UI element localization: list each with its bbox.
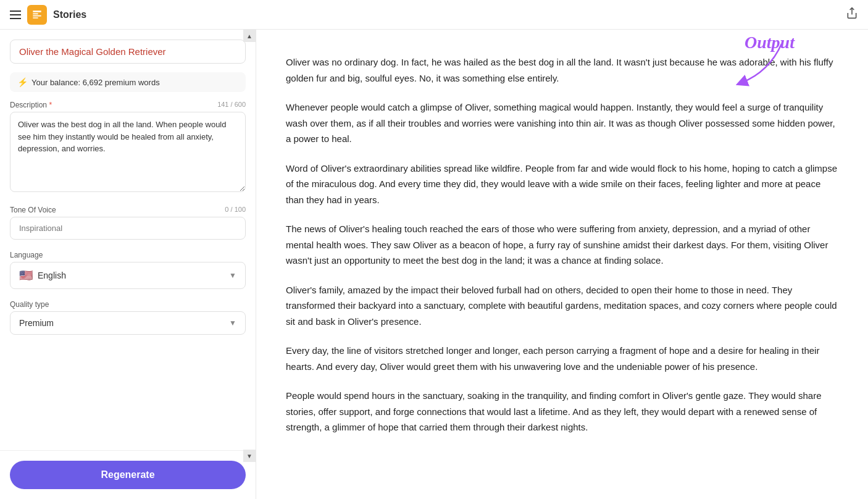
balance-text: Your balance: 6,692 premium words (31, 78, 160, 87)
svg-text:Output: Output (745, 35, 795, 52)
quality-select[interactable]: Premium ▼ (10, 311, 246, 335)
menu-icon[interactable] (10, 10, 21, 19)
quality-select-inner: Premium (19, 318, 54, 328)
description-group: Description * 141 / 600 Oliver was the b… (10, 101, 246, 195)
chevron-down-icon-2: ▼ (229, 319, 236, 327)
quality-group: Quality type Premium ▼ (10, 300, 246, 335)
regenerate-button[interactable]: Regenerate (10, 461, 246, 489)
chevron-down-icon: ▼ (229, 271, 236, 280)
quality-label: Quality type (10, 300, 49, 309)
story-paragraph-2: Whenever people would catch a glimpse of… (286, 99, 838, 147)
scroll-down-arrow[interactable]: ▼ (243, 450, 256, 462)
story-paragraph-6: Every day, the line of visitors stretche… (286, 343, 838, 374)
language-select-inner: 🇺🇸 English (19, 269, 66, 282)
language-label: Language (10, 251, 43, 259)
app-title: Stories (53, 9, 86, 20)
story-paragraph-5: Oliver's family, amazed by the impact th… (286, 282, 838, 330)
tone-input[interactable] (10, 217, 246, 240)
app-header: Stories (0, 0, 868, 30)
sidebar-content: ⚡ Your balance: 6,692 premium words Desc… (0, 30, 256, 450)
sidebar-bottom: Regenerate (0, 450, 256, 499)
story-paragraph-3: Word of Oliver's extraordinary abilities… (286, 161, 838, 208)
content-area: Output Oliver was no ordinary dog. In fa… (256, 30, 868, 499)
story-paragraph-7: People would spend hours in the sanctuar… (286, 388, 838, 435)
balance-row: ⚡ Your balance: 6,692 premium words (10, 72, 246, 92)
description-label: Description * (10, 101, 52, 109)
language-label-row: Language (10, 251, 246, 259)
app-logo (27, 5, 47, 25)
header-left: Stories (10, 5, 86, 25)
description-label-row: Description * 141 / 600 (10, 101, 246, 109)
required-marker: * (49, 101, 52, 109)
story-paragraph-4: The news of Oliver's healing touch reach… (286, 221, 838, 269)
story-paragraph-1: Oliver was no ordinary dog. In fact, he … (286, 54, 838, 86)
share-icon[interactable] (846, 7, 858, 22)
sidebar: ⚡ Your balance: 6,692 premium words Desc… (0, 30, 256, 499)
lightning-icon: ⚡ (17, 77, 28, 87)
tone-label-row: Tone Of Voice 0 / 100 (10, 206, 246, 214)
tone-label: Tone Of Voice (10, 206, 56, 214)
scroll-up-arrow[interactable]: ▲ (243, 30, 256, 42)
language-select[interactable]: 🇺🇸 English ▼ (10, 262, 246, 289)
main-layout: ⚡ Your balance: 6,692 premium words Desc… (0, 30, 868, 499)
tone-counter: 0 / 100 (225, 206, 246, 214)
language-group: Language 🇺🇸 English ▼ (10, 251, 246, 289)
quality-label-row: Quality type (10, 300, 246, 309)
language-flag: 🇺🇸 (19, 269, 33, 282)
description-textarea[interactable]: Oliver was the best dog in all the land.… (10, 112, 246, 192)
description-counter: 141 / 600 (217, 101, 246, 109)
language-value: English (38, 270, 66, 280)
story-title-input[interactable] (10, 40, 246, 64)
tone-group: Tone Of Voice 0 / 100 (10, 206, 246, 240)
quality-value: Premium (19, 318, 54, 328)
